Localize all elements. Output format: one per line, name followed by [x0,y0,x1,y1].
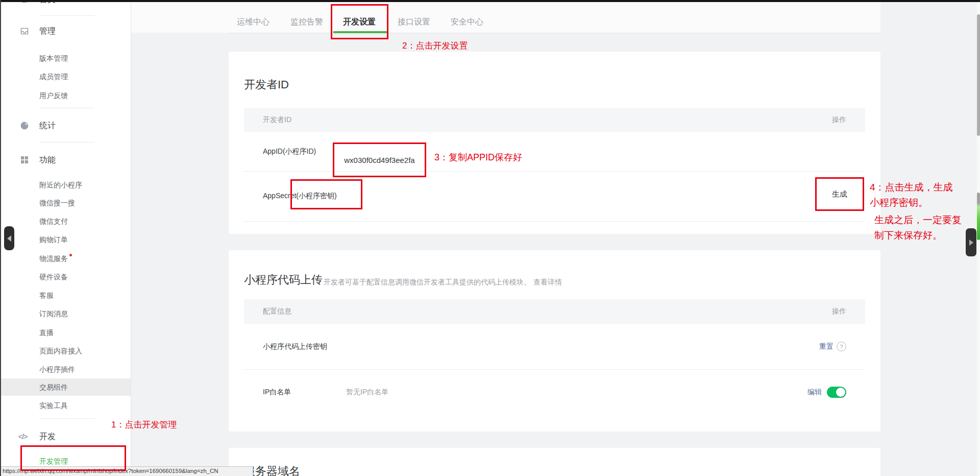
appid-label: AppID(小程序ID) [263,147,316,156]
chevron-left-icon [7,235,11,242]
scrollbar-thumb[interactable] [977,14,980,136]
appsecret-label: AppSecret(小程序密钥) [263,192,337,201]
ip-whitelist-value: 暂无IP白名单 [346,388,388,397]
tab-monitor-alert[interactable]: 监控告警 [290,16,323,28]
annotation-step4-line2: 小程序密钥。 [870,195,962,210]
scrollbar-thumb-green[interactable] [977,193,980,240]
sidebar: 首页 管理 版本管理 成员管理 用户反馈 统计 功能 附近的小程序 微信搜一搜 [0,0,131,476]
inbox-icon [20,27,29,36]
status-url-bar: https://mp.weixin.qq.com/wxamp/minishop/… [0,466,253,476]
tab-strip-divider [228,33,880,33]
annotation-step2: 2：点击开发设置 [402,40,468,52]
code-icon: </> [18,430,27,443]
sidebar-divider [39,15,95,16]
wechat-miniprogram-console: 首页 管理 版本管理 成员管理 用户反馈 统计 功能 附近的小程序 微信搜一搜 [0,0,980,476]
reset-key-button[interactable]: 重置 [819,342,834,351]
sidebar-item-manage[interactable]: 管理 [0,25,131,38]
code-upload-desc: 开发者可基于配置信息调用微信开发者工具提供的代码上传模块。 [324,278,531,287]
appsecret-row: AppSecret(小程序密钥) [244,171,865,221]
code-upload-card: 小程序代码上传 开发者可基于配置信息调用微信开发者工具提供的代码上传模块。 查看… [229,250,880,432]
sidebar-item-version-manage[interactable]: 版本管理 [0,52,131,65]
sidebar-item-trade-component[interactable]: 交易组件 [0,380,131,394]
sidebar-divider [39,108,95,108]
tab-interface-settings[interactable]: 接口设置 [398,16,430,28]
sidebar-item-live[interactable]: 直播 [0,326,131,339]
sidebar-item-hardware-devices[interactable]: 硬件设备 [0,270,131,283]
developer-id-card: 开发者ID 开发者ID 操作 AppID(小程序ID) AppSecret(小程… [229,52,880,234]
ip-whitelist-label: IP白名单 [263,388,291,397]
sidebar-item-wechat-pay[interactable]: 微信支付 [0,215,131,228]
header-col-action: 操作 [832,307,846,316]
edit-ip-whitelist-button[interactable]: 编辑 [807,388,822,397]
sidebar-item-user-feedback[interactable]: 用户反馈 [0,89,131,102]
sidebar-item-develop[interactable]: </> 开发 [0,430,131,443]
sidebar-item-wechat-search[interactable]: 微信搜一搜 [0,196,131,209]
header-col-action: 操作 [832,115,846,125]
sidebar-item-subscribe-message[interactable]: 订阅消息 [0,307,131,320]
tab-security-center[interactable]: 安全中心 [451,16,483,28]
grid-icon [20,155,29,164]
new-badge-dot [69,254,72,256]
tab-dev-settings[interactable]: 开发设置 [343,16,376,28]
annotation-step4-line1: 4：点击生成，生成 [870,180,962,195]
sidebar-item-features[interactable]: 功能 [0,153,131,166]
header-col-config-info: 配置信息 [263,307,291,316]
panel-expand-button[interactable] [966,228,976,256]
annotation-step4-line4: 制下来保存好。 [870,228,962,243]
annotation-step4-line3: 生成之后，一定要复 [870,212,962,228]
sidebar-divider [39,418,95,419]
sidebar-divider [39,142,95,142]
window-left-edge [0,0,1,476]
scrollbar-track[interactable] [976,2,980,476]
sidebar-item-nearby-miniprogram[interactable]: 附近的小程序 [0,178,131,192]
ip-whitelist-row: IP白名单 暂无IP白名单 编辑 [244,369,865,415]
help-question-icon[interactable]: ? [837,342,846,351]
annotation-step3: 3：复制APPID保存好 [434,151,522,163]
window-top-edge [0,0,980,2]
server-domain-card: 服务器域名 [229,448,880,476]
developer-id-table-header: 开发者ID 操作 [244,108,865,132]
code-upload-table-header: 配置信息 操作 [244,299,865,324]
code-upload-title: 小程序代码上传 [244,272,323,288]
upload-key-row: 小程序代码上传密钥 重置 ? [244,324,865,369]
sidebar-item-member-manage[interactable]: 成员管理 [0,70,131,83]
pie-chart-icon [20,121,29,130]
sidebar-item-experiment-tools[interactable]: 实验工具 [0,399,131,412]
view-details-link[interactable]: 查看详情 [533,278,562,287]
annotation-step1: 1：点击开发管理 [111,419,177,431]
developer-id-title: 开发者ID [244,77,289,92]
sidebar-collapse-button[interactable] [4,226,14,250]
sidebar-item-miniprogram-plugin[interactable]: 小程序插件 [0,363,131,376]
toggle-knob [836,388,845,397]
generate-secret-button[interactable]: 生成 [815,177,864,211]
sidebar-item-page-content-access[interactable]: 页面内容接入 [0,344,131,358]
chevron-right-icon [969,240,973,246]
sidebar-item-statistics[interactable]: 统计 [0,119,131,132]
upload-key-label: 小程序代码上传密钥 [263,342,327,351]
active-tab-underline [333,31,387,33]
annotation-step4: 4：点击生成，生成 小程序密钥。 生成之后，一定要复 制下来保存好。 [870,180,962,243]
ip-whitelist-toggle[interactable] [827,387,846,398]
row-divider [244,221,865,222]
header-col-developer-id: 开发者ID [263,115,291,125]
sidebar-item-shopping-orders[interactable]: 购物订单 [0,233,131,246]
sidebar-item-logistics-service[interactable]: 物流服务 [0,252,131,265]
sidebar-item-customer-service[interactable]: 客服 [0,289,131,302]
tab-ops-center[interactable]: 运维中心 [237,16,270,28]
appid-value: wx030f0cd49f3ee2fa [333,142,426,177]
